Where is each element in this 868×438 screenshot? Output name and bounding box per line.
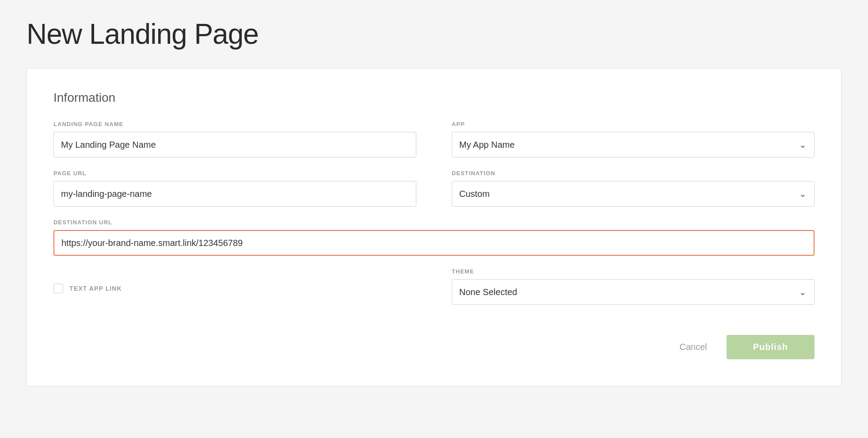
form-grid: LANDING PAGE NAME APP My App Name ⌄ PAGE… (53, 121, 815, 317)
theme-select[interactable]: None Selected (452, 279, 815, 305)
page-url-group: PAGE URL (53, 170, 416, 207)
destination-url-group: DESTINATION URL (53, 219, 815, 256)
page-url-label: PAGE URL (53, 170, 416, 177)
theme-group: THEME None Selected ⌄ (452, 268, 815, 305)
destination-label: DESTINATION (452, 170, 815, 177)
landing-page-name-label: LANDING PAGE NAME (53, 121, 416, 127)
destination-select[interactable]: Custom (452, 181, 815, 207)
text-app-link-label: TEXT APP LINK (69, 285, 122, 292)
theme-select-wrapper: None Selected ⌄ (452, 279, 815, 305)
destination-url-input[interactable] (53, 230, 815, 256)
app-group: APP My App Name ⌄ (452, 121, 815, 158)
landing-page-name-input[interactable] (53, 132, 416, 158)
page-wrapper: New Landing Page Information LANDING PAG… (0, 0, 868, 438)
destination-group: DESTINATION Custom ⌄ (452, 170, 815, 207)
text-app-link-row: TEXT APP LINK (53, 272, 416, 305)
form-footer: Cancel Publish (53, 335, 815, 359)
publish-button[interactable]: Publish (727, 335, 815, 359)
app-select[interactable]: My App Name (452, 132, 815, 158)
app-label: APP (452, 121, 815, 127)
theme-label: THEME (452, 268, 815, 275)
text-app-link-checkbox[interactable] (53, 284, 63, 293)
information-card: Information LANDING PAGE NAME APP My App… (27, 68, 841, 386)
destination-select-wrapper: Custom ⌄ (452, 181, 815, 207)
page-url-input[interactable] (53, 181, 416, 207)
cancel-button[interactable]: Cancel (669, 336, 718, 358)
section-title: Information (53, 91, 815, 105)
landing-page-name-group: LANDING PAGE NAME (53, 121, 416, 158)
destination-url-label: DESTINATION URL (53, 219, 815, 226)
app-select-wrapper: My App Name ⌄ (452, 132, 815, 158)
page-title: New Landing Page (27, 18, 841, 50)
